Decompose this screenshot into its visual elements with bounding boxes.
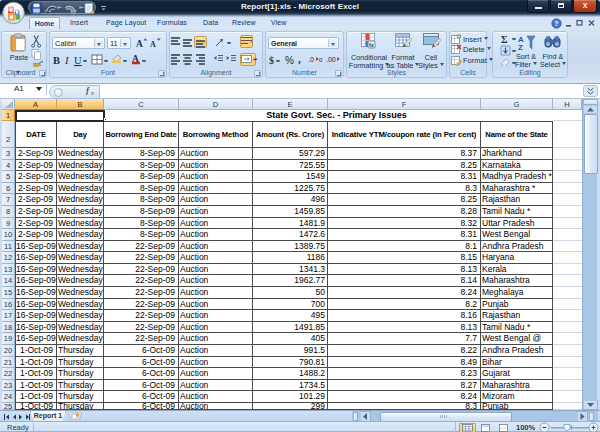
svg-text:$: $ bbox=[269, 55, 274, 66]
svg-text:A: A bbox=[136, 39, 143, 49]
svg-text:Σ: Σ bbox=[501, 34, 508, 45]
svg-text:,: , bbox=[298, 53, 301, 65]
svg-text:%: % bbox=[285, 55, 294, 66]
svg-text:Z: Z bbox=[518, 43, 523, 51]
svg-text:?: ? bbox=[554, 20, 558, 27]
svg-text:B: B bbox=[53, 55, 60, 66]
svg-text:I: I bbox=[64, 55, 69, 66]
svg-text:U: U bbox=[74, 55, 82, 66]
svg-text:0: 0 bbox=[319, 57, 323, 63]
svg-text:.00: .00 bbox=[326, 56, 336, 63]
svg-text:.0: .0 bbox=[308, 56, 314, 63]
svg-text:A: A bbox=[150, 40, 156, 49]
